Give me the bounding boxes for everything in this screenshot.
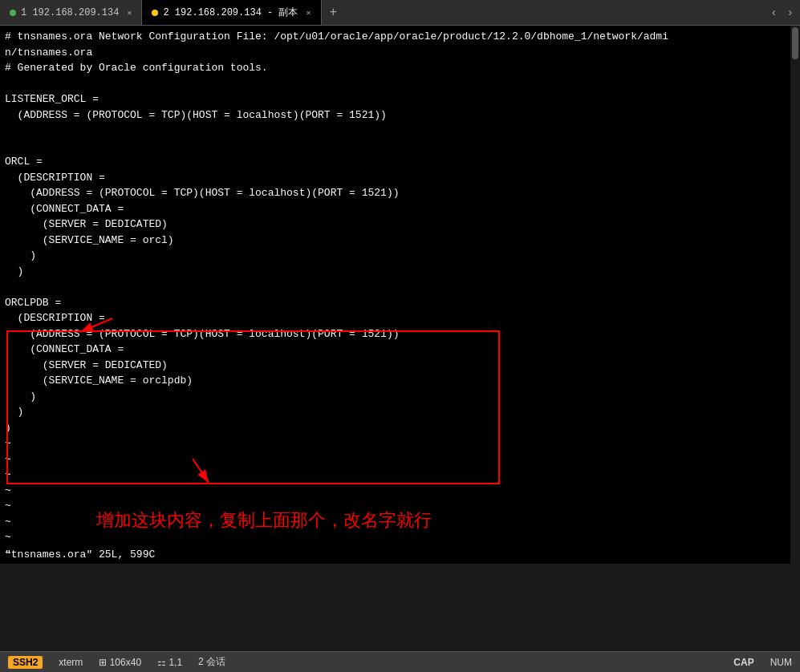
- status-cap: CAP: [733, 657, 753, 668]
- tab-next-button[interactable]: ›: [784, 6, 797, 19]
- vim-status-line: "tnsnames.ora" 25L, 599C: [5, 547, 155, 563]
- arrow-top-annotation: [64, 314, 160, 338]
- terminal-wrapper: # tnsnames.ora Network Configuration Fil…: [0, 26, 800, 651]
- status-dimensions: ⊞ 106x40: [99, 657, 141, 668]
- status-bar: SSH2 xterm ⊞ 106x40 ⚏ 1,1 2 会话 CAP NUM: [0, 651, 800, 672]
- terminal-line-1: # tnsnames.ora Network Configuration Fil…: [5, 29, 795, 435]
- tab-2-close[interactable]: ✕: [306, 8, 311, 18]
- tab-1-label: 1 192.168.209.134: [21, 7, 119, 18]
- tab-2-dot: [152, 10, 158, 16]
- tab-1-dot: [10, 10, 16, 16]
- status-sessions: 2 会话: [198, 655, 225, 669]
- scrollbar-thumb[interactable]: [792, 27, 798, 59]
- tab-add-button[interactable]: +: [322, 0, 346, 25]
- svg-line-3: [193, 459, 209, 483]
- status-ssh2: SSH2: [8, 656, 43, 669]
- tab-navigation: ‹ ›: [767, 0, 800, 25]
- tab-prev-button[interactable]: ‹: [767, 6, 780, 19]
- terminal[interactable]: # tnsnames.ora Network Configuration Fil…: [0, 26, 800, 564]
- scrollbar[interactable]: [790, 26, 800, 564]
- svg-line-1: [80, 318, 112, 332]
- tab-1-close[interactable]: ✕: [127, 8, 132, 18]
- arrow-bottom-annotation: [177, 459, 241, 491]
- tab-add-icon: +: [330, 6, 338, 20]
- tab-bar: 1 192.168.209.134 ✕ 2 192.168.209.134 - …: [0, 0, 800, 26]
- tab-2[interactable]: 2 192.168.209.134 - 副本 ✕: [142, 0, 321, 25]
- status-num: NUM: [770, 657, 792, 668]
- tab-1[interactable]: 1 192.168.209.134 ✕: [0, 0, 142, 25]
- tab-2-label: 2 192.168.209.134 - 副本: [163, 6, 298, 19]
- status-xterm: xterm: [59, 657, 83, 668]
- tilde-lines: ~ ~ ~ ~ ~ ~ ~ ~: [5, 435, 795, 561]
- status-position: ⚏ 1,1: [157, 657, 182, 668]
